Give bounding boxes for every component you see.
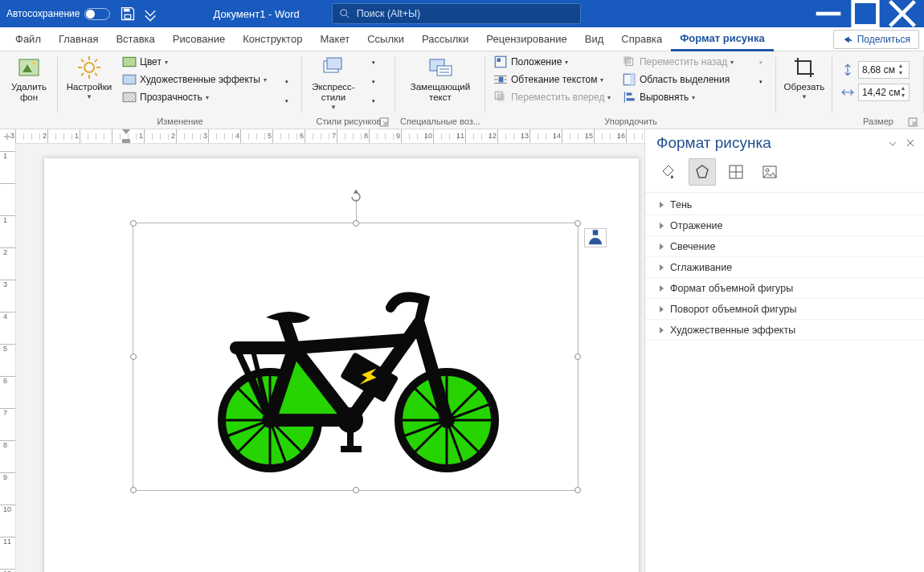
pane-section-artistic[interactable]: Художественные эффекты	[645, 320, 924, 341]
group-label-size: Размер	[863, 116, 893, 126]
svg-point-2	[341, 10, 347, 16]
pane-section-reflection[interactable]: Отражение	[645, 215, 924, 236]
svg-rect-21	[123, 75, 136, 84]
tab-file[interactable]: Файл	[6, 27, 50, 51]
quick-access-more-icon[interactable]	[142, 6, 158, 22]
align-button[interactable]: Выровнять▾	[619, 88, 747, 106]
pane-tab-picture[interactable]	[756, 158, 783, 186]
tab-insert[interactable]: Вставка	[107, 27, 163, 51]
pane-close-button[interactable]	[898, 137, 916, 149]
resize-handle-mr[interactable]	[574, 353, 581, 360]
group-label-arrange: Упорядочить	[604, 116, 656, 126]
tab-picture-format[interactable]: Формат рисунка	[671, 27, 773, 51]
svg-rect-0	[124, 9, 130, 12]
pane-tab-effects[interactable]	[689, 158, 716, 186]
reset-picture-button[interactable]: ▾	[285, 92, 288, 111]
pane-tab-fill[interactable]	[655, 158, 682, 186]
change-picture-button[interactable]: ▾	[285, 72, 288, 92]
height-stepper[interactable]: ▲▼	[896, 63, 906, 77]
horizontal-ruler[interactable]: 3211234567891011121314151617	[16, 129, 644, 144]
pane-section-shadow[interactable]: Тень	[645, 194, 924, 215]
hanging-indent-marker[interactable]	[122, 139, 130, 143]
pane-section-glow[interactable]: Свечение	[645, 236, 924, 257]
styles-gallery-button[interactable]: Экспресс- стили ▼	[307, 53, 360, 112]
styles-dialog-launcher[interactable]	[379, 117, 389, 127]
size-dialog-launcher[interactable]	[908, 117, 918, 127]
resize-handle-bm[interactable]	[353, 487, 359, 493]
resize-handle-ml[interactable]	[130, 353, 137, 360]
picture-selection[interactable]	[133, 223, 579, 491]
remove-background-button[interactable]: Удалить фон	[5, 53, 53, 103]
picture-layout-button[interactable]: ▾	[372, 92, 375, 111]
svg-point-113	[766, 169, 769, 172]
document-canvas[interactable]	[16, 144, 644, 572]
alt-text-icon	[427, 55, 453, 80]
layout-options-popup[interactable]	[584, 228, 607, 247]
pane-menu-button[interactable]	[881, 137, 898, 149]
tab-review[interactable]: Рецензирование	[477, 27, 575, 51]
width-stepper[interactable]: ▲▼	[901, 85, 906, 100]
minimize-button[interactable]	[810, 0, 847, 27]
svg-rect-61	[593, 230, 599, 235]
crop-button[interactable]: Обрезать ▼	[781, 53, 828, 100]
width-control[interactable]: 14,42 см▲▼	[837, 84, 913, 101]
alt-text-button[interactable]: Замещающий текст	[400, 53, 480, 103]
first-line-indent-marker[interactable]	[122, 129, 130, 134]
group-label-adjust: Изменение	[157, 116, 202, 126]
tab-mailings[interactable]: Рассылки	[413, 27, 477, 51]
resize-handle-tr[interactable]	[574, 220, 581, 227]
save-icon[interactable]	[120, 6, 136, 22]
tab-home[interactable]: Главная	[50, 27, 107, 51]
pane-section-3drotation[interactable]: Поворот объемной фигуры	[645, 299, 924, 320]
height-control[interactable]: 8,68 см▲▼	[837, 61, 913, 79]
artistic-effects-button[interactable]: Художественные эффекты▾	[119, 71, 270, 88]
rotate-button[interactable]: ▾	[759, 72, 763, 92]
share-label: Поделиться	[857, 34, 910, 45]
resize-handle-bl[interactable]	[130, 487, 137, 493]
search-placeholder: Поиск (Alt+Ы)	[357, 8, 420, 19]
resize-handle-tl[interactable]	[130, 220, 137, 227]
pane-section-softedges[interactable]: Сглаживание	[645, 257, 924, 278]
pane-section-3dformat[interactable]: Формат объемной фигуры	[645, 278, 924, 299]
tab-draw[interactable]: Рисование	[164, 27, 234, 51]
svg-rect-20	[123, 57, 136, 66]
wrap-icon	[493, 72, 508, 87]
send-backward-button[interactable]: Переместить назад▾	[619, 53, 747, 71]
search-icon	[339, 8, 350, 19]
tab-layout[interactable]: Макет	[311, 27, 358, 51]
tab-design[interactable]: Конструктор	[234, 27, 311, 51]
rotate-handle[interactable]	[349, 190, 363, 204]
ribbon: Удалить фон Настройки ▼ Цвет▾	[0, 51, 924, 129]
resize-handle-br[interactable]	[574, 487, 581, 493]
group-objects-button[interactable]: ▾	[759, 53, 763, 72]
wrap-text-button[interactable]: Обтекание текстом▾	[490, 71, 619, 88]
transparency-button[interactable]: Прозрачность▾	[119, 88, 270, 106]
svg-point-11	[84, 63, 94, 72]
position-icon	[493, 55, 508, 69]
svg-rect-54	[630, 74, 635, 85]
svg-rect-5	[853, 2, 878, 27]
svg-rect-39	[437, 66, 452, 76]
color-button[interactable]: Цвет▾	[119, 53, 270, 71]
svg-line-95	[294, 340, 407, 348]
autosave-toggle[interactable]	[84, 8, 110, 20]
share-button[interactable]: Поделиться	[833, 30, 919, 49]
maximize-button[interactable]	[847, 0, 884, 27]
inserted-picture[interactable]	[190, 268, 527, 476]
tab-references[interactable]: Ссылки	[358, 27, 413, 51]
corrections-button[interactable]: Настройки ▼	[63, 53, 116, 100]
picture-border-button[interactable]: ▾	[372, 53, 375, 72]
pane-category-tabs	[645, 153, 924, 193]
tell-me-search[interactable]: Поиск (Alt+Ы)	[332, 3, 581, 24]
bring-forward-button[interactable]: Переместить вперед▾	[490, 88, 619, 106]
close-button[interactable]	[884, 0, 921, 27]
picture-effects-button[interactable]: ▾	[372, 72, 375, 92]
position-button[interactable]: Положение▾	[490, 53, 619, 71]
send-backward-icon	[622, 55, 636, 69]
selection-pane-button[interactable]: Область выделения	[619, 71, 747, 88]
tab-help[interactable]: Справка	[612, 27, 671, 51]
tab-view[interactable]: Вид	[576, 27, 613, 51]
pane-tab-layout[interactable]	[722, 158, 750, 186]
vertical-ruler[interactable]: 21123456789101112	[0, 144, 16, 572]
resize-handle-tm[interactable]	[353, 220, 359, 227]
